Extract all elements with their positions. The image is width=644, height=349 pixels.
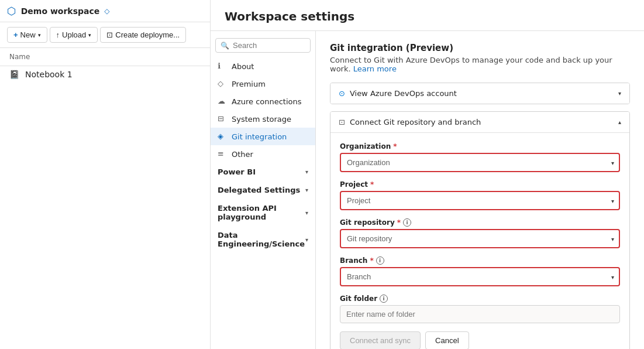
upload-label: Upload — [62, 30, 86, 39]
organization-select-wrapper: Organization ▾ — [340, 153, 620, 172]
delegated-settings-chevron-icon: ▾ — [305, 187, 308, 193]
git-folder-info-icon[interactable]: i — [380, 295, 388, 303]
project-select-wrapper: Project ▾ — [340, 191, 620, 210]
search-input[interactable] — [233, 41, 305, 50]
git-repository-select-wrapper: Git repository ▾ — [340, 229, 620, 248]
search-box[interactable]: 🔍 — [215, 38, 311, 53]
extension-api-label: Extension API playground — [218, 204, 305, 221]
connect-git-label: Connect Git repository and branch — [350, 118, 481, 126]
organization-label: Organization * — [340, 142, 620, 150]
notebook-icon: 📓 — [9, 70, 19, 79]
form-actions: Connect and sync Cancel — [340, 331, 620, 349]
organization-select[interactable]: Organization — [340, 153, 620, 172]
nav-item-other-label: Other — [232, 150, 253, 159]
git-repository-select[interactable]: Git repository — [340, 229, 620, 248]
nav-item-about-label: About — [232, 62, 254, 71]
azure-devops-label: View Azure DevOps account — [350, 89, 457, 98]
connect-git-header-left: ⊡ Connect Git repository and branch — [339, 118, 481, 126]
git-integration-icon: ◈ — [218, 132, 227, 141]
settings-title: Workspace settings — [211, 0, 644, 31]
power-bi-label: Power BI — [218, 167, 256, 176]
other-icon: ≡ — [218, 149, 227, 159]
azure-connections-icon: ☁ — [218, 97, 227, 106]
premium-icon: ◇ — [218, 79, 227, 88]
settings-nav: 🔍 ℹ About ◇ Premium ☁ Azure connections — [211, 31, 316, 349]
name-column-header: Name — [9, 53, 30, 61]
connect-git-accordion: ⊡ Connect Git repository and branch ▴ Or… — [330, 111, 630, 349]
nav-item-azure-connections[interactable]: ☁ Azure connections — [211, 93, 315, 110]
create-deployment-label: Create deployme... — [115, 30, 180, 39]
plus-icon: + — [13, 30, 18, 39]
nav-item-about[interactable]: ℹ About — [211, 57, 315, 75]
branch-select[interactable]: Branch — [340, 267, 620, 286]
nav-section-extension-api[interactable]: Extension API playground ▾ — [211, 199, 315, 226]
settings-body: 🔍 ℹ About ◇ Premium ☁ Azure connections — [211, 31, 644, 349]
search-icon: 🔍 — [221, 42, 229, 50]
about-icon: ℹ — [218, 61, 227, 71]
toolbar: + New ▾ ↑ Upload ▾ ⊡ Create deployme... — [0, 22, 210, 48]
new-chevron-icon: ▾ — [38, 32, 41, 38]
file-name: Notebook 1 — [25, 70, 73, 79]
workspace-name: Demo workspace — [21, 6, 100, 16]
git-repository-required: * — [397, 218, 401, 227]
connect-git-accordion-header[interactable]: ⊡ Connect Git repository and branch ▴ — [330, 112, 629, 132]
organization-required: * — [393, 142, 397, 150]
nav-item-git-integration-label: Git integration — [232, 132, 287, 141]
main-content: Workspace settings 🔍 ℹ About ◇ Premium — [211, 0, 644, 349]
branch-select-wrapper: Branch ▾ — [340, 267, 620, 286]
new-button[interactable]: + New ▾ — [7, 27, 47, 43]
workspace-icon: ⬡ — [7, 5, 16, 17]
workspace-diamond-icon: ◇ — [104, 7, 109, 15]
file-list-header: Name — [0, 48, 210, 66]
data-engineering-chevron-icon: ▾ — [305, 237, 308, 243]
upload-button[interactable]: ↑ Upload ▾ — [50, 27, 98, 43]
nav-item-git-integration[interactable]: ◈ Git integration — [211, 128, 315, 145]
accordion-header-left: ⊙ View Azure DevOps account — [339, 89, 457, 98]
git-folder-label: Git folder i — [340, 295, 620, 303]
list-item[interactable]: 📓 Notebook 1 — [0, 66, 210, 83]
project-group: Project * Project ▾ — [340, 180, 620, 210]
extension-api-chevron-icon: ▾ — [305, 210, 308, 216]
project-select[interactable]: Project — [340, 191, 620, 210]
git-repository-info-icon[interactable]: i — [403, 218, 411, 227]
nav-item-premium[interactable]: ◇ Premium — [211, 75, 315, 93]
git-integration-title: Git integration (Preview) — [330, 43, 630, 53]
data-engineering-label: Data Engineering/Science — [218, 231, 305, 248]
learn-more-link[interactable]: Learn more — [353, 64, 397, 73]
connect-git-icon: ⊡ — [339, 118, 345, 126]
nav-item-system-storage-label: System storage — [232, 115, 291, 124]
azure-devops-accordion-header[interactable]: ⊙ View Azure DevOps account ▾ — [330, 83, 629, 104]
branch-required: * — [370, 256, 373, 265]
branch-group: Branch * i Branch ▾ — [340, 256, 620, 286]
nav-item-premium-label: Premium — [232, 80, 266, 88]
settings-panel: Workspace settings 🔍 ℹ About ◇ Premium — [211, 0, 644, 349]
deployment-icon: ⊡ — [106, 30, 113, 39]
upload-chevron-icon: ▾ — [88, 32, 91, 38]
settings-content: Git integration (Preview) Connect to Git… — [316, 31, 644, 349]
nav-item-azure-connections-label: Azure connections — [232, 97, 302, 106]
organization-group: Organization * Organization ▾ — [340, 142, 620, 172]
branch-info-icon[interactable]: i — [376, 256, 384, 265]
git-folder-input[interactable] — [340, 305, 620, 323]
workspace-header: ⬡ Demo workspace ◇ — [0, 0, 210, 22]
cancel-button[interactable]: Cancel — [425, 331, 469, 349]
nav-section-power-bi[interactable]: Power BI ▾ — [211, 163, 315, 181]
delegated-settings-label: Delegated Settings — [218, 186, 300, 194]
azure-devops-icon: ⊙ — [339, 89, 345, 98]
nav-item-other[interactable]: ≡ Other — [211, 145, 315, 163]
connect-git-accordion-body: Organization * Organization ▾ — [330, 132, 629, 349]
connect-sync-button[interactable]: Connect and sync — [340, 331, 421, 349]
power-bi-chevron-icon: ▾ — [305, 169, 308, 175]
azure-devops-chevron-icon: ▾ — [618, 90, 621, 97]
system-storage-icon: ⊟ — [218, 114, 227, 124]
project-required: * — [370, 180, 374, 189]
nav-section-data-engineering[interactable]: Data Engineering/Science ▾ — [211, 226, 315, 253]
upload-icon: ↑ — [56, 30, 60, 39]
nav-item-system-storage[interactable]: ⊟ System storage — [211, 110, 315, 128]
nav-section-delegated-settings[interactable]: Delegated Settings ▾ — [211, 181, 315, 199]
project-label: Project * — [340, 180, 620, 189]
branch-label: Branch * i — [340, 256, 620, 265]
connect-git-chevron-icon: ▴ — [618, 119, 621, 125]
create-deployment-button[interactable]: ⊡ Create deployme... — [100, 27, 186, 43]
new-button-label: New — [20, 30, 36, 39]
